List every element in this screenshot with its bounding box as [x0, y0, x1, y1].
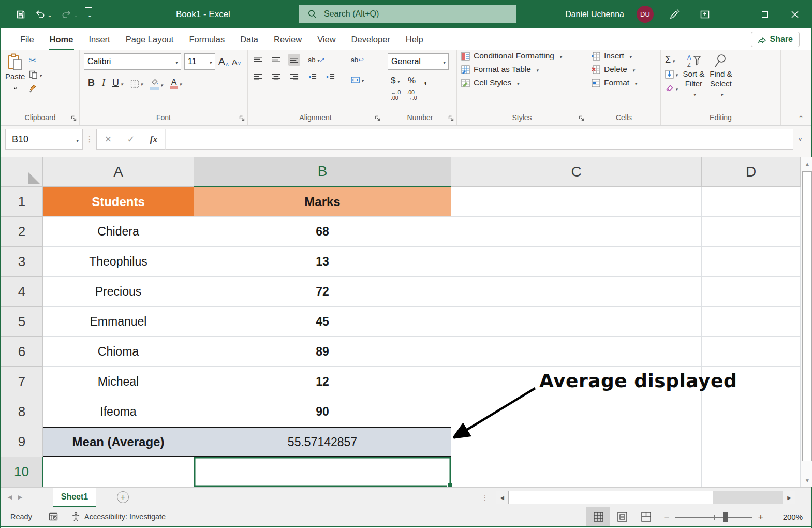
cell-c8[interactable] — [451, 397, 702, 427]
row-header-8[interactable]: 8 — [1, 397, 43, 427]
cell-a7[interactable]: Micheal — [43, 367, 194, 397]
decrease-font-size-button[interactable]: A — [232, 57, 241, 66]
cell-d9[interactable] — [702, 427, 801, 457]
new-sheet-button[interactable] — [117, 491, 129, 503]
scroll-up-icon[interactable] — [801, 157, 812, 170]
font-dialog-launcher-icon[interactable] — [239, 114, 245, 123]
row-header-3[interactable]: 3 — [1, 247, 43, 277]
row-header-1[interactable]: 1 — [1, 187, 43, 217]
tab-bar-resize-handle[interactable] — [481, 488, 489, 507]
sort-filter-button[interactable]: AZ Sort & Filter — [683, 53, 705, 113]
cell-d8[interactable] — [702, 397, 801, 427]
merge-center-button[interactable] — [349, 74, 365, 86]
collapse-ribbon-icon[interactable]: ⌃ — [798, 114, 804, 122]
row-header-5[interactable]: 5 — [1, 307, 43, 337]
increase-decimal-button[interactable]: ←.0 .00 — [391, 90, 401, 101]
formula-input[interactable] — [165, 129, 793, 150]
confirm-entry-icon[interactable] — [120, 134, 142, 145]
tab-review[interactable]: Review — [266, 28, 309, 50]
name-box[interactable]: B10 — [5, 129, 83, 150]
user-name[interactable]: Daniel Uchenna — [565, 10, 624, 19]
share-button[interactable]: Share — [751, 32, 800, 47]
copy-icon[interactable] — [29, 70, 42, 79]
cell-a8[interactable]: Ifeoma — [43, 397, 194, 427]
undo-button[interactable] — [33, 7, 54, 21]
styles-dialog-launcher-icon[interactable] — [579, 114, 584, 123]
cancel-entry-icon[interactable] — [97, 133, 120, 146]
tab-home[interactable]: Home — [42, 28, 81, 50]
clipboard-dialog-launcher-icon[interactable] — [71, 114, 77, 123]
underline-button[interactable]: U — [112, 78, 123, 89]
scroll-down-icon[interactable] — [801, 474, 812, 487]
zoom-out-button[interactable] — [658, 511, 675, 523]
row-header-10[interactable]: 10 — [1, 457, 43, 487]
vertical-scrollbar[interactable] — [801, 157, 812, 487]
font-color-button[interactable]: A — [170, 78, 182, 89]
cell-d6[interactable] — [702, 337, 801, 367]
page-layout-view-button[interactable] — [610, 507, 634, 526]
tab-data[interactable]: Data — [232, 28, 266, 50]
row-header-9[interactable]: 9 — [1, 427, 43, 457]
format-painter-icon[interactable] — [29, 84, 42, 93]
normal-view-button[interactable] — [586, 507, 610, 526]
number-dialog-launcher-icon[interactable] — [448, 114, 454, 123]
search-input[interactable]: Search (Alt+Q) — [299, 5, 516, 23]
cell-b5[interactable]: 45 — [194, 307, 451, 337]
cell-b9[interactable]: 55.57142857 — [194, 427, 451, 457]
paste-dropdown-icon[interactable] — [13, 82, 18, 91]
row-header-6[interactable]: 6 — [1, 337, 43, 367]
minimize-button[interactable] — [726, 6, 744, 23]
top-align-button[interactable] — [252, 54, 264, 66]
cell-a6[interactable]: Chioma — [43, 337, 194, 367]
cell-d3[interactable] — [702, 247, 801, 277]
customize-quick-access-icon[interactable] — [85, 7, 92, 21]
zoom-slider-thumb[interactable] — [723, 512, 728, 522]
vertical-scrollbar-thumb[interactable] — [802, 171, 812, 461]
avatar[interactable]: DU — [637, 6, 654, 23]
cell-a2[interactable]: Chidera — [43, 217, 194, 247]
zoom-slider[interactable] — [675, 512, 752, 522]
fill-button[interactable] — [665, 69, 678, 79]
cell-a10[interactable] — [43, 457, 194, 487]
cell-c10[interactable] — [451, 457, 702, 487]
cell-b1[interactable]: Marks — [194, 187, 451, 217]
font-name-select[interactable]: Calibri — [84, 53, 181, 70]
cell-a3[interactable]: Theophilus — [43, 247, 194, 277]
cell-c4[interactable] — [451, 277, 702, 307]
fill-color-button[interactable] — [150, 76, 163, 90]
column-header-d[interactable]: D — [702, 157, 801, 187]
next-sheet-icon[interactable] — [11, 488, 29, 507]
tab-formulas[interactable]: Formulas — [181, 28, 232, 50]
row-header-4[interactable]: 4 — [1, 277, 43, 307]
cell-a1[interactable]: Students — [43, 187, 194, 217]
autosum-button[interactable]: Σ — [665, 54, 678, 65]
delete-cells-button[interactable]: Delete — [592, 65, 656, 74]
cell-b7[interactable]: 12 — [194, 367, 451, 397]
sheet-tab[interactable]: Sheet1 — [53, 488, 96, 507]
cell-b6[interactable]: 89 — [194, 337, 451, 367]
horizontal-scrollbar[interactable] — [496, 491, 795, 504]
cell-c3[interactable] — [451, 247, 702, 277]
cell-c9[interactable] — [451, 427, 702, 457]
cell-b2[interactable]: 68 — [194, 217, 451, 247]
row-header-2[interactable]: 2 — [1, 217, 43, 247]
tab-file[interactable]: File — [12, 28, 42, 50]
tab-help[interactable]: Help — [398, 28, 431, 50]
copy-dropdown-icon[interactable] — [38, 70, 42, 79]
cell-c6[interactable] — [451, 337, 702, 367]
close-button[interactable] — [786, 6, 804, 23]
clear-button[interactable] — [665, 83, 678, 93]
scroll-left-icon[interactable] — [496, 491, 508, 504]
increase-font-size-button[interactable]: A — [218, 56, 229, 67]
cell-d5[interactable] — [702, 307, 801, 337]
comma-style-button[interactable]: , — [424, 75, 427, 86]
zoom-in-button[interactable] — [752, 511, 770, 523]
tab-view[interactable]: View — [309, 28, 343, 50]
paste-button[interactable]: Paste — [5, 53, 25, 113]
accessibility-status[interactable]: Accessibility: Investigate — [71, 512, 166, 521]
borders-button[interactable] — [130, 78, 143, 89]
align-right-button[interactable] — [288, 71, 300, 83]
cell-d1[interactable] — [702, 187, 801, 217]
row-header-7[interactable]: 7 — [1, 367, 43, 397]
number-format-select[interactable]: General — [388, 53, 449, 70]
